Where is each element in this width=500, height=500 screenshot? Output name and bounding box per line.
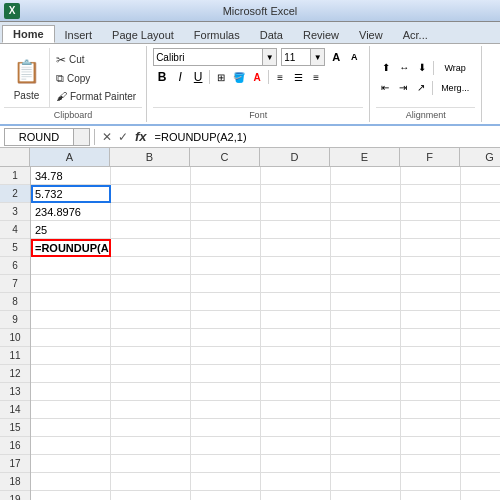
- cell-d10[interactable]: [261, 329, 331, 347]
- cell-c18[interactable]: [191, 473, 261, 491]
- tab-insert[interactable]: Insert: [55, 27, 103, 43]
- middle-align-button[interactable]: ↔: [395, 59, 413, 77]
- cell-b18[interactable]: [111, 473, 191, 491]
- cell-c10[interactable]: [191, 329, 261, 347]
- tab-view[interactable]: View: [349, 27, 393, 43]
- cell-c19[interactable]: [191, 491, 261, 500]
- cell-d15[interactable]: [261, 419, 331, 437]
- cell-f17[interactable]: [401, 455, 461, 473]
- cell-d8[interactable]: [261, 293, 331, 311]
- cell-b17[interactable]: [111, 455, 191, 473]
- cell-e19[interactable]: [331, 491, 401, 500]
- col-header-f[interactable]: F: [400, 148, 460, 166]
- merge-button[interactable]: Merg...: [435, 79, 475, 97]
- cell-a11[interactable]: [31, 347, 111, 365]
- font-shrink-button[interactable]: A: [345, 48, 363, 66]
- font-name-input[interactable]: [153, 48, 263, 66]
- cell-f10[interactable]: [401, 329, 461, 347]
- cell-a7[interactable]: [31, 275, 111, 293]
- cell-b3[interactable]: [111, 203, 191, 221]
- insert-function-button[interactable]: fx: [135, 129, 147, 144]
- cell-b13[interactable]: [111, 383, 191, 401]
- cell-f11[interactable]: [401, 347, 461, 365]
- cell-g19[interactable]: [461, 491, 500, 500]
- cell-b11[interactable]: [111, 347, 191, 365]
- font-color-button[interactable]: A: [248, 68, 266, 86]
- font-name-dropdown-icon[interactable]: ▼: [263, 48, 277, 66]
- cell-c12[interactable]: [191, 365, 261, 383]
- cut-button[interactable]: ✂ Cut: [54, 52, 138, 68]
- cell-e11[interactable]: [331, 347, 401, 365]
- cell-c15[interactable]: [191, 419, 261, 437]
- cell-a8[interactable]: [31, 293, 111, 311]
- cell-g14[interactable]: [461, 401, 500, 419]
- cell-f12[interactable]: [401, 365, 461, 383]
- cell-d4[interactable]: [261, 221, 331, 239]
- name-box-dropdown[interactable]: [74, 128, 90, 146]
- cell-f16[interactable]: [401, 437, 461, 455]
- cell-e2[interactable]: [331, 185, 401, 203]
- cell-d18[interactable]: [261, 473, 331, 491]
- cell-d12[interactable]: [261, 365, 331, 383]
- cell-f6[interactable]: [401, 257, 461, 275]
- cell-a18[interactable]: [31, 473, 111, 491]
- cell-e10[interactable]: [331, 329, 401, 347]
- cell-c17[interactable]: [191, 455, 261, 473]
- cell-a1[interactable]: 34.78: [31, 167, 111, 185]
- cell-b9[interactable]: [111, 311, 191, 329]
- cell-g4[interactable]: [461, 221, 500, 239]
- cell-e14[interactable]: [331, 401, 401, 419]
- cell-c7[interactable]: [191, 275, 261, 293]
- cell-b10[interactable]: [111, 329, 191, 347]
- cell-a19[interactable]: [31, 491, 111, 500]
- cell-b4[interactable]: [111, 221, 191, 239]
- cell-b7[interactable]: [111, 275, 191, 293]
- bold-button[interactable]: B: [153, 68, 171, 86]
- cell-e1[interactable]: [331, 167, 401, 185]
- tab-formulas[interactable]: Formulas: [184, 27, 250, 43]
- underline-button[interactable]: U: [189, 68, 207, 86]
- format-painter-button[interactable]: 🖌 Format Painter: [54, 89, 138, 103]
- cell-e15[interactable]: [331, 419, 401, 437]
- cell-c9[interactable]: [191, 311, 261, 329]
- formula-input[interactable]: [151, 128, 496, 146]
- cell-b1[interactable]: [111, 167, 191, 185]
- cell-a5[interactable]: =ROUNDUP(A2,1): [31, 239, 111, 257]
- cell-b6[interactable]: [111, 257, 191, 275]
- cell-e16[interactable]: [331, 437, 401, 455]
- col-header-b[interactable]: B: [110, 148, 190, 166]
- cell-e3[interactable]: [331, 203, 401, 221]
- align-center-button[interactable]: ☰: [289, 68, 307, 86]
- cell-d3[interactable]: [261, 203, 331, 221]
- cell-d6[interactable]: [261, 257, 331, 275]
- cell-e9[interactable]: [331, 311, 401, 329]
- cell-b14[interactable]: [111, 401, 191, 419]
- cell-d9[interactable]: [261, 311, 331, 329]
- bottom-align-button[interactable]: ⬇: [413, 59, 431, 77]
- cell-f8[interactable]: [401, 293, 461, 311]
- cell-g3[interactable]: [461, 203, 500, 221]
- cell-d16[interactable]: [261, 437, 331, 455]
- cell-f15[interactable]: [401, 419, 461, 437]
- cell-c3[interactable]: [191, 203, 261, 221]
- cell-c1[interactable]: [191, 167, 261, 185]
- cell-a15[interactable]: [31, 419, 111, 437]
- cell-a16[interactable]: [31, 437, 111, 455]
- border-button[interactable]: ⊞: [212, 68, 230, 86]
- cell-c16[interactable]: [191, 437, 261, 455]
- indent-increase-button[interactable]: ⇥: [394, 79, 412, 97]
- cell-a3[interactable]: 234.8976: [31, 203, 111, 221]
- col-header-c[interactable]: C: [190, 148, 260, 166]
- cell-a6[interactable]: [31, 257, 111, 275]
- cell-b12[interactable]: [111, 365, 191, 383]
- col-header-e[interactable]: E: [330, 148, 400, 166]
- cell-g11[interactable]: [461, 347, 500, 365]
- cell-c8[interactable]: [191, 293, 261, 311]
- cell-g18[interactable]: [461, 473, 500, 491]
- cell-c5[interactable]: [191, 239, 261, 257]
- cell-c6[interactable]: [191, 257, 261, 275]
- cell-d5[interactable]: [261, 239, 331, 257]
- cell-a12[interactable]: [31, 365, 111, 383]
- cell-a17[interactable]: [31, 455, 111, 473]
- cell-d19[interactable]: [261, 491, 331, 500]
